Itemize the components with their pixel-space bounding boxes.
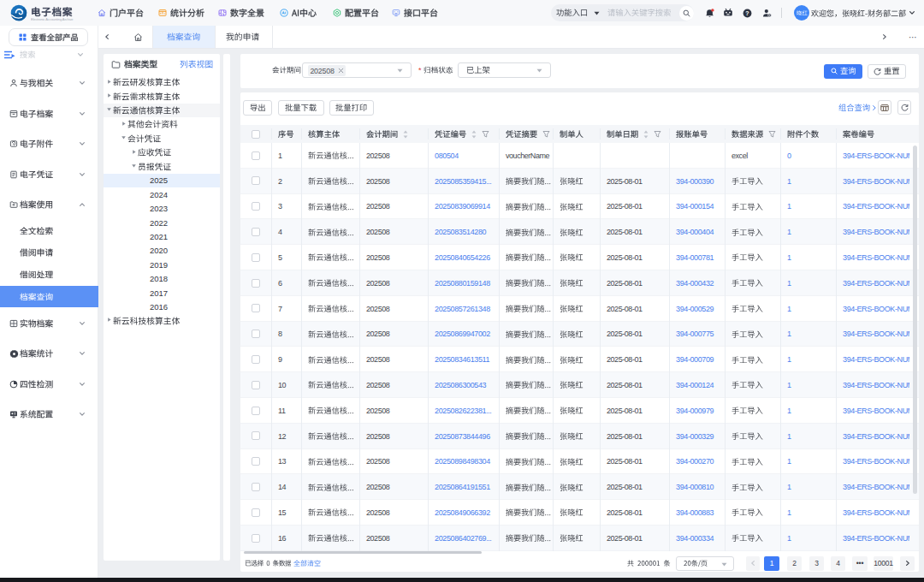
svg-text:?: ?: [745, 9, 749, 15]
